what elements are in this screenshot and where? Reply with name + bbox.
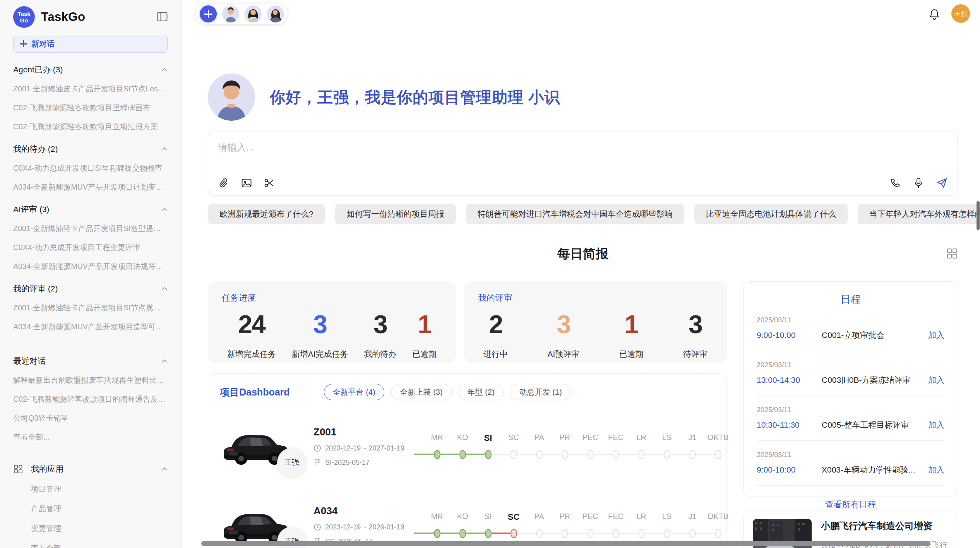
stat-label: 已逾期 bbox=[619, 349, 644, 360]
milestone-node: SC bbox=[501, 512, 526, 538]
sidebar-collapse-icon[interactable] bbox=[157, 12, 168, 22]
milestone-label: OKTB bbox=[708, 433, 728, 445]
sidebar-task-item[interactable]: C0X4-动力总成开发项目SI里程碑提交物检查 bbox=[13, 163, 168, 173]
app-item-change-mgmt[interactable]: 变更管理 bbox=[31, 523, 168, 534]
sidebar-task-item[interactable]: Z001-全新燃油皮卡产品开发项目SI节点Lesson Learn报告 bbox=[13, 84, 168, 94]
suggestion-chip[interactable]: 如何写一份清晰的项目周报 bbox=[335, 204, 456, 224]
milestone-node: SI bbox=[475, 433, 501, 459]
recent-chats-view-all[interactable]: 查看全部... bbox=[13, 432, 168, 442]
phone-icon[interactable] bbox=[889, 177, 901, 189]
chevron-up-icon bbox=[161, 467, 168, 471]
suggestion-chip[interactable]: 比亚迪全固态电池计划具体说了什么 bbox=[694, 204, 848, 224]
chevron-up-icon bbox=[161, 147, 168, 151]
milestone-dot bbox=[485, 450, 492, 459]
apps-view-all[interactable]: 查看全部... bbox=[31, 543, 168, 548]
milestone-node: OKTB bbox=[705, 512, 731, 538]
chat-composer[interactable]: 请输入... bbox=[208, 132, 958, 195]
suggestion-chip[interactable]: 当下年轻人对汽车外观有怎样的喜好趋势 bbox=[858, 204, 980, 224]
milestone-label: OKTB bbox=[708, 512, 728, 524]
tab-new-platform[interactable]: 全新平台 (4) bbox=[324, 384, 384, 400]
section-ai-review[interactable]: AI评审 (3) bbox=[13, 204, 168, 215]
stat-label: 进行中 bbox=[483, 349, 508, 360]
sidebar-task-item[interactable]: Z001-全新燃油轻卡产品开发项目SI造型提交物评审 bbox=[13, 223, 168, 234]
milestone-label: MR bbox=[431, 433, 443, 445]
quick-access-bar bbox=[195, 3, 288, 25]
sidebar-item-my-apps[interactable]: 我的应用 bbox=[13, 464, 168, 474]
agent-avatar-1[interactable] bbox=[222, 5, 239, 22]
add-agent-button[interactable] bbox=[200, 5, 217, 22]
milestone-node: J1 bbox=[680, 433, 705, 459]
stat-value: 3 bbox=[689, 310, 702, 339]
chevron-up-icon bbox=[161, 287, 168, 291]
event-name: X003-车辆动力学性能验... bbox=[822, 464, 923, 475]
milestone-label: LR bbox=[636, 512, 646, 524]
section-agent-done[interactable]: Agent已办 (3) bbox=[13, 64, 168, 75]
agent-avatar-3[interactable] bbox=[267, 5, 284, 22]
horizontal-scrollbar[interactable] bbox=[201, 541, 930, 546]
sidebar-task-item[interactable]: A034-全新新能源MUV产品开发项目计划变更表编写 bbox=[13, 182, 168, 192]
dashboard-title: 项目Dashboard bbox=[220, 386, 290, 399]
notification-bell-icon[interactable] bbox=[929, 9, 940, 20]
project-row[interactable]: 王强 A034 2023-12-19 ~ 2026-01-19 bbox=[220, 492, 715, 548]
milestone-label: KO bbox=[457, 512, 468, 524]
section-my-review[interactable]: 我的评审 (2) bbox=[13, 283, 168, 294]
microphone-icon[interactable] bbox=[913, 177, 924, 189]
suggestion-chip[interactable]: 欧洲新规最近颁布了什么? bbox=[208, 204, 325, 224]
milestone-node: SI bbox=[475, 512, 501, 538]
milestone-node: KO bbox=[450, 433, 475, 459]
milestone-dot bbox=[664, 450, 670, 459]
sidebar-task-item[interactable]: A034-全新新能源MUV产品开发项目法规符合性评审 bbox=[13, 261, 168, 272]
milestone-dot bbox=[689, 529, 696, 538]
milestone-dot bbox=[587, 529, 594, 538]
agent-avatar-2[interactable] bbox=[245, 5, 262, 22]
stat-review-overdue: 1 已逾期 bbox=[619, 310, 644, 360]
event-time: 9:00-10:00 bbox=[757, 331, 822, 340]
sidebar-task-item[interactable]: C0X4-动力总成开发项目工程变更评审 bbox=[13, 242, 168, 253]
daily-brief-title: 每日简报 bbox=[557, 245, 608, 263]
app-item-product-mgmt[interactable]: 产品管理 bbox=[31, 503, 168, 514]
milestone-label: SI bbox=[484, 433, 492, 445]
view-all-schedule-link[interactable]: 查看所有日程 bbox=[757, 499, 944, 510]
project-row[interactable]: 王强 Z001 2023-12-19 ~ 2027-01-19 bbox=[220, 413, 715, 479]
milestone-label: J1 bbox=[688, 512, 696, 524]
app-item-project-mgmt[interactable]: 项目管理 bbox=[31, 484, 168, 494]
tab-powertrain[interactable]: 动总开发 (1) bbox=[511, 384, 571, 400]
sidebar-task-item[interactable]: C02-飞腾新能源轻客改款项目里程碑画布 bbox=[13, 103, 168, 113]
recent-chat-item[interactable]: C02-飞腾新能源轻客改款项目的闭环通告反馈情况 bbox=[13, 394, 168, 404]
user-avatar[interactable]: 王强 bbox=[951, 4, 970, 23]
suggestion-chips: 欧洲新规最近颁布了什么? 如何写一份清晰的项目周报 特朗普可能对进口汽车增税会对… bbox=[208, 204, 958, 224]
image-icon[interactable] bbox=[241, 177, 252, 189]
milestone-node: LR bbox=[629, 433, 654, 459]
event-join-link[interactable]: 加入 bbox=[928, 330, 944, 341]
recent-chat-item[interactable]: 解释最新出台的欧盟报废车法规再生塑料比例被调至15%... bbox=[13, 375, 168, 385]
milestone-dot bbox=[459, 529, 466, 538]
sidebar-task-item[interactable]: Z001-全新燃油轻卡产品开发项目SI节点属性5D文件评审 bbox=[13, 303, 168, 313]
taskgo-logo: Task Go bbox=[13, 6, 35, 28]
milestone-label: PR bbox=[559, 512, 570, 524]
send-icon[interactable] bbox=[936, 177, 947, 189]
event-join-link[interactable]: 加入 bbox=[928, 375, 944, 385]
milestone-label: MR bbox=[431, 512, 443, 524]
tab-new-body[interactable]: 全新上装 (3) bbox=[391, 384, 452, 400]
suggestion-chip[interactable]: 特朗普可能对进口汽车增税会对中国车企造成哪些影响 bbox=[466, 204, 684, 224]
event-join-link[interactable]: 加入 bbox=[928, 464, 944, 475]
stat-value: 24 bbox=[238, 310, 265, 339]
section-recent-chats[interactable]: 最近对话 bbox=[13, 356, 168, 366]
new-chat-button[interactable]: 新对话 bbox=[13, 35, 168, 53]
event-join-link[interactable]: 加入 bbox=[928, 420, 944, 430]
sidebar: Task Go TaskGo 新对话 Agent已办 (3) Z001-全新燃油… bbox=[0, 0, 182, 548]
milestone-label: SC bbox=[508, 512, 520, 524]
vertical-scrollbar[interactable] bbox=[977, 201, 980, 230]
sidebar-task-item[interactable]: A034-全新新能源MUV产品开发项目造型可行性评审 bbox=[13, 322, 168, 332]
recent-chat-item[interactable]: 公司Q3轻卡销量 bbox=[13, 413, 168, 423]
scissors-icon[interactable] bbox=[263, 177, 275, 189]
stat-label: 待评审 bbox=[683, 349, 708, 360]
event-date: 2025/03/11 bbox=[757, 406, 944, 414]
sidebar-task-item[interactable]: C02-飞腾新能源轻客改款项目立项汇报方案 bbox=[13, 122, 168, 132]
stat-overdue: 1 已逾期 bbox=[412, 310, 437, 360]
section-my-todo[interactable]: 我的待办 (2) bbox=[13, 144, 168, 154]
attachment-icon[interactable] bbox=[218, 177, 230, 189]
tab-model-year[interactable]: 年型 (2) bbox=[459, 384, 504, 400]
project-dashboard-card: 项目Dashboard 全新平台 (4) 全新上装 (3) 年型 (2) 动总开… bbox=[208, 373, 727, 548]
layout-grid-icon[interactable] bbox=[946, 248, 958, 259]
